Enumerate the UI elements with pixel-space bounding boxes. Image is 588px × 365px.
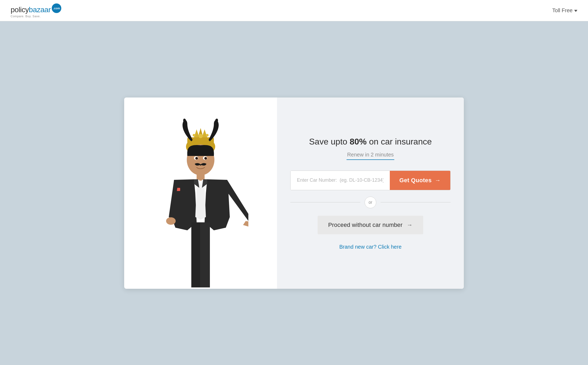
get-quotes-label: Get Quotes [399, 177, 432, 184]
or-line-right [381, 202, 451, 202]
main-content: Save upto 80% on car insurance Renew in … [0, 21, 588, 365]
logo-bazaar-text: bazaar [29, 6, 51, 14]
car-number-input[interactable] [291, 171, 390, 190]
chevron-down-icon [574, 10, 577, 12]
logo-policy-text: policy [11, 6, 29, 14]
svg-point-7 [206, 134, 209, 137]
or-label: or [369, 200, 372, 205]
main-headline: Save upto 80% on car insurance [309, 136, 432, 147]
proceed-arrow-icon: → [407, 222, 413, 228]
headline-part2: on car insurance [367, 137, 432, 146]
logo-area: policy bazaar .com Compare. Buy. Save. [11, 3, 61, 18]
form-inner: Save upto 80% on car insurance Renew in … [290, 136, 451, 250]
svg-point-13 [196, 158, 197, 159]
svg-point-17 [166, 217, 176, 225]
proceed-label: Proceed without car number [328, 222, 403, 228]
toll-free-label: Toll Free [552, 7, 573, 14]
form-section: Save upto 80% on car insurance Renew in … [277, 97, 464, 289]
car-number-input-row: Get Quotes → [290, 171, 451, 190]
mascot-figure [153, 116, 248, 289]
svg-point-6 [193, 134, 195, 137]
svg-point-14 [205, 158, 206, 159]
get-quotes-arrow-icon: → [435, 177, 441, 184]
sub-headline: Renew in 2 minutes [347, 152, 394, 158]
headline-bold: 80% [350, 137, 367, 146]
get-quotes-button[interactable]: Get Quotes → [390, 171, 450, 190]
proceed-without-car-number-button[interactable]: Proceed without car number → [318, 216, 423, 234]
logo-text: policy bazaar .com [11, 3, 61, 14]
svg-point-5 [198, 134, 203, 138]
logo-wrapper: policy bazaar .com Compare. Buy. Save. [11, 3, 61, 18]
header: policy bazaar .com Compare. Buy. Save. T… [0, 0, 588, 21]
main-card: Save upto 80% on car insurance Renew in … [124, 97, 464, 289]
or-line-left [290, 202, 360, 202]
logo-dotcom-badge: .com [52, 3, 61, 13]
svg-rect-22 [200, 222, 210, 287]
mascot-section [124, 97, 277, 289]
or-divider: or [290, 197, 451, 208]
mascot-svg [153, 116, 248, 289]
headline-part1: Save upto [309, 137, 350, 146]
logo-tagline: Compare. Buy. Save. [11, 15, 61, 18]
brand-new-car-link[interactable]: Brand new car? Click here [339, 244, 402, 250]
subheadline-underline [347, 159, 394, 160]
svg-rect-21 [191, 222, 200, 287]
toll-free-button[interactable]: Toll Free [552, 7, 577, 14]
or-circle: or [365, 197, 376, 208]
